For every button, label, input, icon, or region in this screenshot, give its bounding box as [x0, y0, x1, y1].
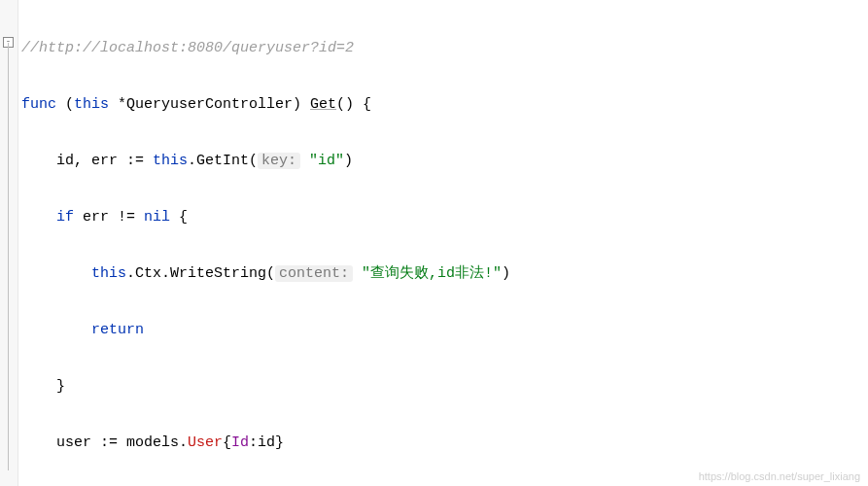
code-line: func (this *QueryuserController) Get() { [21, 90, 791, 119]
code-line: return [21, 316, 791, 344]
fold-guide [8, 43, 9, 470]
gutter: - [0, 0, 18, 486]
code-line: //http://localhost:8080/queryuser?id=2 [21, 34, 791, 62]
code-line: id, err := this.GetInt(key: "id") [21, 147, 791, 175]
code-block: //http://localhost:8080/queryuser?id=2 f… [21, 6, 791, 486]
code-line: user := models.User{Id:id} [21, 429, 791, 457]
code-line: } [21, 372, 791, 400]
code-line: if err != nil { [21, 203, 791, 231]
parameter-hint: content: [275, 265, 353, 282]
comment: //http://localhost:8080/queryuser?id=2 [21, 40, 354, 56]
code-line: this.Ctx.WriteString(content: "查询失败,id非法… [21, 260, 791, 288]
parameter-hint: key: [258, 153, 300, 169]
watermark: https://blog.csdn.net/super_lixiang [699, 470, 860, 482]
